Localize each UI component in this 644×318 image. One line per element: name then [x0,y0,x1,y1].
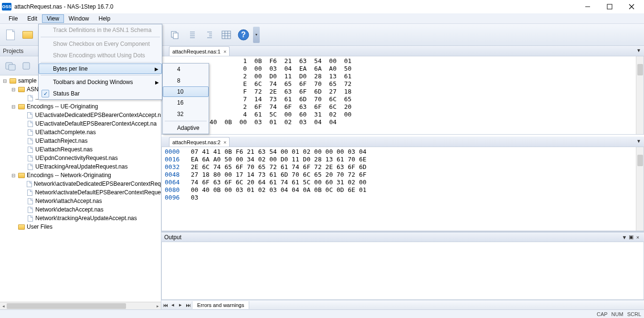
titlebar: OSS attachRequest.nas - NAS-1Step 16.7.0 [0,0,644,13]
status-cap: CAP [597,311,608,317]
minimize-button[interactable] [581,2,594,11]
output-body[interactable] [161,242,644,300]
tree-file[interactable]: UE\trackingAreaUpdateRequest.nas [0,162,161,171]
statusbar: CAP NUM SCRL [0,309,644,318]
svg-rect-14 [222,31,231,39]
tab-label: attachRequest.nas:2 [172,139,221,145]
tabstrip-dropdown-icon[interactable]: ▼ [636,48,641,53]
indent-inc-button[interactable] [201,27,217,42]
status-num: NUM [612,311,623,317]
projects-tree[interactable]: ⊟sample ⊟ASN ..\..\bin\NAS1670.asn ⊟Enco… [0,75,161,302]
maximize-button[interactable] [603,2,616,11]
tree-file[interactable]: Network\activateDedicatedEPSBearerContex… [0,180,161,188]
projects-hscrollbar[interactable]: ◂ ▸ [0,302,161,309]
bytes-8[interactable]: 8 [163,75,209,86]
svg-rect-22 [9,64,15,70]
toolbar-overflow-button[interactable]: ▾ [253,27,260,43]
tree-enc-ue[interactable]: ⊟Encodings -- UE-Originating [0,102,161,111]
output-nav-last-icon[interactable]: ⏭ [184,302,192,308]
new-file-button[interactable] [3,27,18,42]
output-pin-icon[interactable]: ▣ [628,234,634,240]
tab-close-icon[interactable]: × [223,49,226,54]
output-nav-next-icon[interactable]: ▸ [177,302,184,308]
bytes-10[interactable]: 10 [163,86,209,97]
output-title: Output [164,234,181,241]
tab-close-icon[interactable]: × [223,139,226,145]
tree-file[interactable]: UE\attachRequest.nas [0,145,161,154]
tabstrip-dropdown-icon[interactable]: ▼ [636,138,641,144]
scroll-left-icon[interactable]: ◂ [0,302,7,310]
check-icon: ✓ [42,90,49,97]
svg-rect-5 [173,33,178,39]
bytes-4[interactable]: 4 [163,64,209,75]
submenu-arrow-icon: ▶ [155,80,159,85]
app-icon: OSS [2,3,11,11]
grid-button[interactable] [219,27,234,42]
projects-tool-1[interactable] [3,58,18,74]
editor1-view[interactable]: 1 0B F6 21 63 54 00 01 0 00 03 04 EA 6A … [161,56,644,135]
output-nav-prev-icon[interactable]: ◂ [169,302,177,308]
menubar: File Edit View Window Help [0,13,644,24]
tree-file[interactable]: UE\pdnConnectivityRequest.nas [0,154,161,162]
output-nav-first-icon[interactable]: ⏮ [161,302,169,308]
projects-tool-2[interactable] [20,58,35,74]
editor2-tabstrip: attachRequest.nas:2 × ▼ [161,137,644,147]
menu-window[interactable]: Window [64,14,94,23]
tree-file[interactable]: Network\attachAccept.nas [0,197,161,205]
menu-show-checkbox[interactable]: Show Checkbox on Every Component [39,38,162,50]
output-tab-errors[interactable]: Errors and warnings [192,301,249,309]
bytes-adaptive[interactable]: Adaptive [163,122,209,134]
tree-file[interactable]: Network\activateDefaultEPSBearerContextR… [0,188,161,197]
tree-user-files[interactable]: User Files [0,223,161,231]
tree-file[interactable]: UE\attachComplete.nas [0,128,161,137]
menu-bytes-per-line[interactable]: Bytes per line▶ [39,64,162,74]
svg-text:?: ? [241,31,246,39]
scroll-thumb[interactable] [7,303,126,309]
editor2-tab[interactable]: attachRequest.nas:2 × [169,137,230,147]
tree-file[interactable]: UE\attachReject.nas [0,137,161,145]
output-dropdown-icon[interactable]: ▼ [621,234,628,240]
tree-enc-net[interactable]: ⊟Encodings -- Network-Originating [0,171,161,180]
scroll-right-icon[interactable]: ▸ [154,302,161,310]
main-area: attachRequest.nas:1 × ▼ 1 0B F6 21 63 54… [161,46,644,309]
editor1-tabstrip: attachRequest.nas:1 × ▼ [161,46,644,56]
menu-status-bar[interactable]: ✓Status Bar [39,88,162,99]
open-folder-button[interactable] [20,27,35,42]
submenu-arrow-icon: ▶ [155,66,158,72]
help-button[interactable]: ? [236,27,251,42]
menu-toolbars[interactable]: Toolbars and Docking Windows▶ [39,76,162,88]
output-tabs: ⏮ ◂ ▸ ⏭ Errors and warnings [161,300,644,309]
indent-dec-button[interactable] [184,27,200,42]
copy-button[interactable] [167,27,182,42]
tab-label: attachRequest.nas:1 [172,49,221,54]
menu-file[interactable]: File [4,14,22,23]
view-dropdown: Track Definitions in the ASN.1 Schema Sh… [38,24,162,100]
editor1-vscrollbar[interactable] [636,56,644,134]
tree-file[interactable]: UE\activateDedicatedEPSBearerContextAcce… [0,111,161,119]
svg-rect-23 [23,63,30,69]
tree-file[interactable]: UE\activateDefaultEPSBearerContextAccept… [0,119,161,128]
tree-file[interactable]: Network\detachAccept.nas [0,205,161,214]
tree-file[interactable]: Network\trackingAreaUpdateAccept.nas [0,214,161,223]
menu-help[interactable]: Help [94,14,116,23]
menu-show-dots[interactable]: Show Encodings without Using Dots [39,50,162,61]
output-panel: Output ▼ ▣ × ⏮ ◂ ▸ ⏭ Errors and warnings [161,231,644,309]
menu-edit[interactable]: Edit [22,14,42,23]
menu-view[interactable]: View [42,14,64,23]
bytes-submenu: 4 8 10 16 32 Adaptive [162,63,209,134]
bytes-32[interactable]: 32 [163,108,209,120]
svg-rect-1 [607,4,612,9]
status-scrl: SCRL [627,311,641,317]
output-close-icon[interactable]: × [634,234,641,240]
menu-track-definitions[interactable]: Track Definitions in the ASN.1 Schema [39,24,162,36]
close-button[interactable] [625,2,638,11]
editor2-vscrollbar[interactable] [636,147,644,231]
editor1-tab[interactable]: attachRequest.nas:1 × [169,46,230,56]
bytes-16[interactable]: 16 [163,97,209,108]
editor2-view[interactable]: 0000 07 41 41 0B F6 21 63 54 00 01 02 00… [161,147,644,231]
window-title: attachRequest.nas - NAS-1Step 16.7.0 [14,3,581,10]
